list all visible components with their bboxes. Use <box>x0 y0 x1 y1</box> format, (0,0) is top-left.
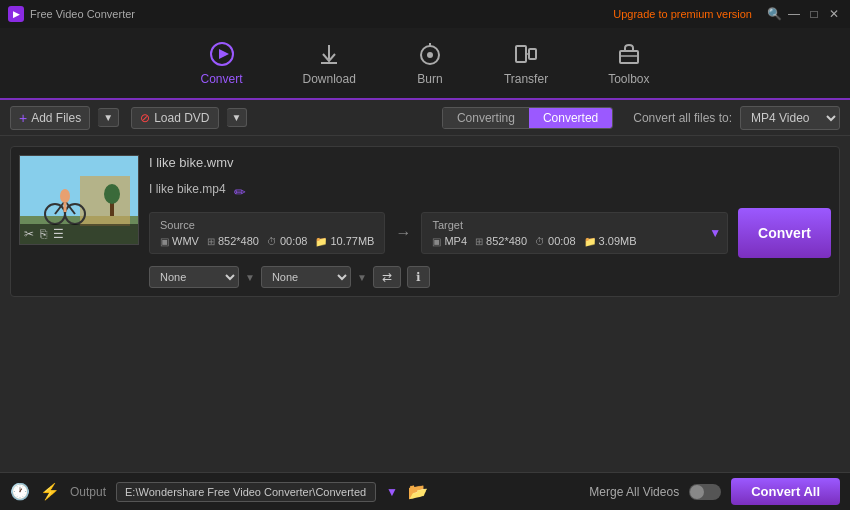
size-icon: 📁 <box>315 236 327 247</box>
nav-bar: Convert Download Burn <box>0 28 850 100</box>
arrow-icon: → <box>395 224 411 242</box>
title-bar-left: ▶ Free Video Converter <box>8 6 135 22</box>
source-size: 📁 10.77MB <box>315 235 374 247</box>
svg-marker-1 <box>219 49 229 59</box>
merge-toggle[interactable] <box>689 484 721 500</box>
effect-row: None ▼ None ▼ ⇄ ℹ <box>149 266 831 288</box>
target-name-row: I like bike.mp4 ✏ <box>149 182 831 202</box>
convert-all-button[interactable]: Convert All <box>731 478 840 505</box>
upgrade-link[interactable]: Upgrade to premium version <box>613 8 752 20</box>
target-res-icon: ⊞ <box>475 236 483 247</box>
svg-point-21 <box>60 189 70 203</box>
download-icon <box>315 40 343 68</box>
flash-icon[interactable]: ⚡ <box>40 482 60 501</box>
nav-transfer[interactable]: Transfer <box>494 34 558 92</box>
svg-rect-14 <box>80 176 130 226</box>
target-details: ▣ MP4 ⊞ 852*480 ⏱ 00:08 📁 <box>432 235 717 247</box>
nav-transfer-label: Transfer <box>504 72 548 86</box>
source-details: ▣ WMV ⊞ 852*480 ⏱ 00:08 📁 <box>160 235 374 247</box>
target-label: Target <box>432 219 717 231</box>
maximize-button[interactable]: □ <box>806 6 822 22</box>
tab-converting[interactable]: Converting <box>443 108 529 128</box>
effect-merge-btn[interactable]: ⇄ <box>373 266 401 288</box>
nav-burn[interactable]: Burn <box>406 34 454 92</box>
svg-rect-10 <box>620 51 638 63</box>
convert-button[interactable]: Convert <box>738 208 831 258</box>
effect-arrow-2: ▼ <box>357 272 367 283</box>
close-button[interactable]: ✕ <box>826 6 842 22</box>
nav-convert[interactable]: Convert <box>190 34 252 92</box>
effect-info-btn[interactable]: ℹ <box>407 266 430 288</box>
merge-label: Merge All Videos <box>589 485 679 499</box>
target-size: 📁 3.09MB <box>584 235 637 247</box>
copy-icon[interactable]: ⎘ <box>40 227 47 241</box>
scissors-icon[interactable]: ✂ <box>24 227 34 241</box>
nav-convert-label: Convert <box>200 72 242 86</box>
source-target-row: Source ▣ WMV ⊞ 852*480 ⏱ 00:08 <box>149 208 831 258</box>
effect-arrow-1: ▼ <box>245 272 255 283</box>
history-icon[interactable]: 🕐 <box>10 482 30 501</box>
target-dur-icon: ⏱ <box>535 236 545 247</box>
source-box: Source ▣ WMV ⊞ 852*480 ⏱ 00:08 <box>149 212 385 254</box>
nav-download-label: Download <box>303 72 356 86</box>
add-files-label: Add Files <box>31 111 81 125</box>
target-box: Target ▣ MP4 ⊞ 852*480 ⏱ 00:08 <box>421 212 728 254</box>
source-format: ▣ WMV <box>160 235 199 247</box>
expand-icon[interactable]: ▼ <box>709 226 721 240</box>
load-dvd-dropdown[interactable]: ▼ <box>227 108 248 127</box>
output-label: Output <box>70 485 106 499</box>
svg-rect-7 <box>516 46 526 62</box>
effect-select-2[interactable]: None <box>261 266 351 288</box>
video-thumbnail: ✂ ⎘ ☰ <box>19 155 139 245</box>
target-resolution: ⊞ 852*480 <box>475 235 527 247</box>
resolution-icon: ⊞ <box>207 236 215 247</box>
source-label: Source <box>160 219 374 231</box>
nav-toolbox-label: Toolbox <box>608 72 649 86</box>
title-bar: ▶ Free Video Converter Upgrade to premiu… <box>0 0 850 28</box>
edit-icon[interactable]: ✏ <box>234 184 246 200</box>
nav-download[interactable]: Download <box>293 34 366 92</box>
output-dropdown[interactable]: ▼ <box>386 485 398 499</box>
plus-icon: + <box>19 110 27 126</box>
transfer-icon <box>512 40 540 68</box>
tab-converted[interactable]: Converted <box>529 108 612 128</box>
target-size-icon: 📁 <box>584 236 596 247</box>
thumb-controls: ✂ ⎘ ☰ <box>20 224 138 244</box>
add-files-button[interactable]: + Add Files <box>10 106 90 130</box>
svg-point-5 <box>427 52 433 58</box>
folder-button[interactable]: 📂 <box>408 482 428 501</box>
svg-rect-8 <box>529 49 536 59</box>
dvd-icon: ⊘ <box>140 111 150 125</box>
toolbox-icon <box>615 40 643 68</box>
duration-icon: ⏱ <box>267 236 277 247</box>
toolbar: + Add Files ▼ ⊘ Load DVD ▼ Converting Co… <box>0 100 850 136</box>
search-button[interactable]: 🔍 <box>766 6 782 22</box>
format-select[interactable]: MP4 Video AVI Video MKV Video MOV Video <box>740 106 840 130</box>
target-format-icon: ▣ <box>432 236 441 247</box>
add-files-dropdown[interactable]: ▼ <box>98 108 119 127</box>
file-name-row: I like bike.wmv <box>149 155 831 176</box>
list-icon[interactable]: ☰ <box>53 227 64 241</box>
file-info: I like bike.wmv I like bike.mp4 ✏ Source… <box>149 155 831 288</box>
convert-icon <box>208 40 236 68</box>
main-content: ✂ ⎘ ☰ I like bike.wmv I like bike.mp4 ✏ … <box>0 136 850 472</box>
load-dvd-button[interactable]: ⊘ Load DVD <box>131 107 218 129</box>
nav-burn-label: Burn <box>417 72 442 86</box>
app-icon: ▶ <box>8 6 24 22</box>
source-duration: ⏱ 00:08 <box>267 235 308 247</box>
tab-group: Converting Converted <box>442 107 613 129</box>
app-title: Free Video Converter <box>30 8 135 20</box>
output-path: E:\Wondershare Free Video Converter\Conv… <box>116 482 376 502</box>
target-filename: I like bike.mp4 <box>149 182 226 196</box>
source-resolution: ⊞ 852*480 <box>207 235 259 247</box>
file-row: ✂ ⎘ ☰ I like bike.wmv I like bike.mp4 ✏ … <box>10 146 840 297</box>
bottom-bar: 🕐 ⚡ Output E:\Wondershare Free Video Con… <box>0 472 850 510</box>
load-dvd-label: Load DVD <box>154 111 209 125</box>
nav-toolbox[interactable]: Toolbox <box>598 34 659 92</box>
burn-icon <box>416 40 444 68</box>
minimize-button[interactable]: — <box>786 6 802 22</box>
effect-select-1[interactable]: None <box>149 266 239 288</box>
source-filename: I like bike.wmv <box>149 155 234 170</box>
title-bar-right: Upgrade to premium version 🔍 — □ ✕ <box>613 6 842 22</box>
toggle-knob <box>690 485 704 499</box>
